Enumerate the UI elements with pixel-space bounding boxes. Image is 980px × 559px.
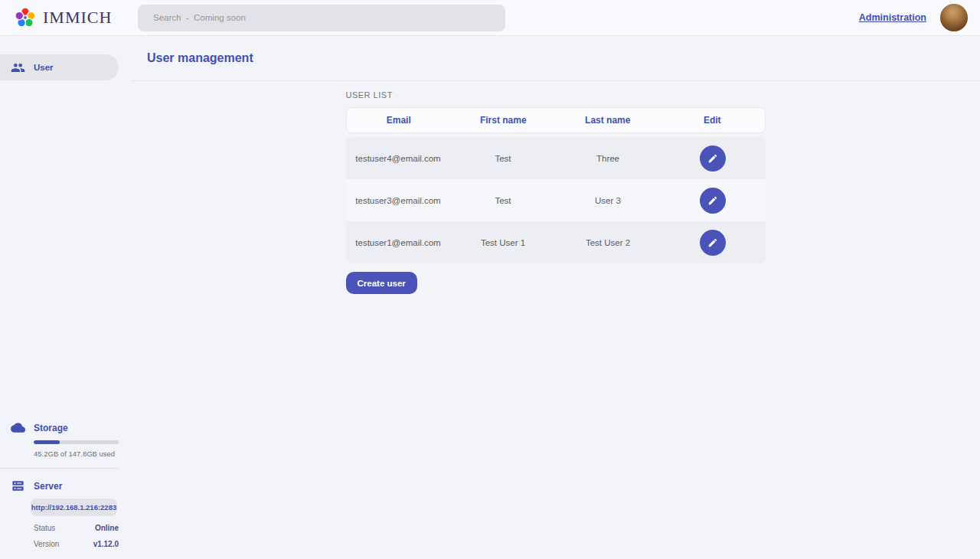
search-input[interactable]: [138, 5, 505, 31]
cell-first-name: Test User 1: [451, 238, 556, 247]
server-url-badge: http://192.168.1.216:2283: [31, 499, 117, 516]
page-title: User management: [147, 51, 253, 65]
storage-progress-fill: [34, 440, 60, 444]
cell-last-name: Three: [556, 154, 661, 163]
page-title-bar: User management: [131, 36, 980, 81]
server-version-row: Version v1.12.0: [34, 540, 119, 548]
cloud-icon: [11, 420, 25, 435]
pencil-icon: [707, 237, 718, 248]
cell-email: testuser1@email.com: [346, 238, 451, 247]
storage-progress-bar: [34, 440, 119, 444]
pencil-icon: [707, 195, 718, 206]
status-label: Status: [34, 524, 55, 532]
sidebar: User Storage 45.2GB of 147.8GB used Serv…: [0, 36, 131, 559]
edit-user-button[interactable]: [700, 230, 726, 256]
column-header-email: Email: [347, 115, 452, 126]
section-label: USER LIST: [346, 90, 766, 100]
administration-link[interactable]: Administration: [859, 12, 926, 23]
cell-last-name: Test User 2: [556, 238, 661, 247]
table-row: testuser3@email.com Test User 3: [346, 179, 766, 221]
user-list-section: USER LIST Email First name Last name Edi…: [346, 90, 766, 294]
user-group-icon: [11, 60, 25, 75]
server-section-header: Server: [0, 479, 131, 493]
create-user-button[interactable]: Create user: [346, 272, 417, 294]
sidebar-item-label: User: [34, 63, 54, 72]
app-logo[interactable]: IMMICH: [12, 5, 138, 31]
logo-text: IMMICH: [43, 8, 112, 28]
column-header-last-name: Last name: [556, 115, 661, 126]
edit-user-button[interactable]: [700, 188, 726, 214]
storage-title: Storage: [34, 423, 68, 433]
table-row: testuser4@email.com Test Three: [346, 137, 766, 179]
table-row: testuser1@email.com Test User 1 Test Use…: [346, 221, 766, 263]
storage-usage-text: 45.2GB of 147.8GB used: [34, 449, 131, 458]
version-value: v1.12.0: [93, 540, 119, 548]
server-status-row: Status Online: [34, 524, 119, 532]
cell-first-name: Test: [451, 196, 556, 205]
column-header-first-name: First name: [451, 115, 556, 126]
version-label: Version: [34, 540, 59, 548]
status-value: Online: [95, 524, 119, 532]
edit-user-button[interactable]: [700, 145, 726, 172]
cell-email: testuser3@email.com: [346, 196, 451, 205]
cell-last-name: User 3: [556, 196, 661, 205]
sidebar-item-user[interactable]: User: [0, 54, 119, 80]
table-header-row: Email First name Last name Edit: [346, 107, 766, 133]
sidebar-status-panel: Storage 45.2GB of 147.8GB used Server ht…: [0, 420, 131, 559]
user-avatar[interactable]: [940, 4, 968, 31]
server-title: Server: [34, 481, 62, 492]
server-url: http://192.168.1.216:2283: [31, 503, 116, 512]
column-header-edit: Edit: [660, 115, 765, 126]
storage-section-header: Storage: [0, 420, 131, 435]
cell-first-name: Test: [451, 154, 556, 163]
main-content: User management USER LIST Email First na…: [131, 36, 980, 559]
sidebar-divider: [0, 468, 119, 469]
app-header: IMMICH Administration: [0, 0, 980, 36]
immich-flower-icon: [12, 5, 38, 31]
pencil-icon: [707, 153, 718, 164]
user-table: testuser4@email.com Test Three testuser3…: [346, 137, 766, 263]
server-icon: [11, 479, 25, 493]
cell-email: testuser4@email.com: [346, 154, 451, 163]
